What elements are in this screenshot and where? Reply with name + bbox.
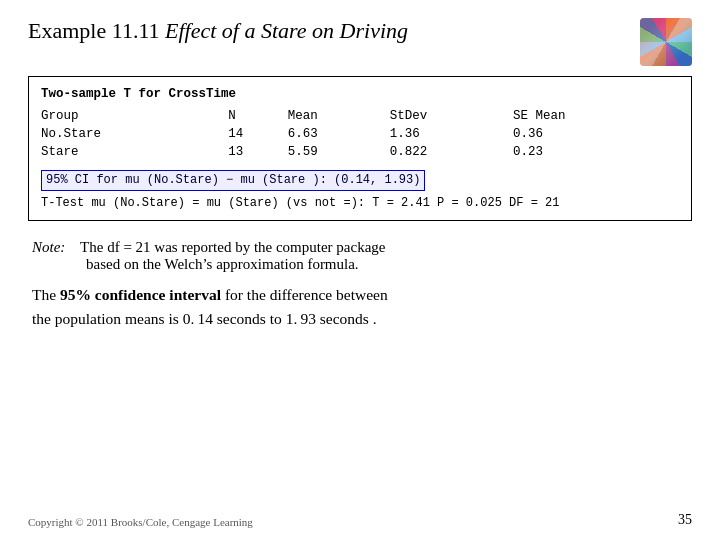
note-label: Note: xyxy=(32,239,65,255)
cell-semean-2: 0.23 xyxy=(513,143,679,161)
col-semean: SE Mean xyxy=(513,107,679,125)
col-stdev: StDev xyxy=(390,107,513,125)
page-title: Example 11.11 Effect of a Stare on Drivi… xyxy=(28,18,408,44)
cell-mean-1: 6.63 xyxy=(288,125,390,143)
cell-stdev-2: 0.822 xyxy=(390,143,513,161)
title-italic: Effect of a Stare on Driving xyxy=(165,18,408,43)
confidence-bold: 95% confidence interval xyxy=(60,286,221,303)
note-section: Note: The df = 21 was reported by the co… xyxy=(28,239,692,273)
col-mean: Mean xyxy=(288,107,390,125)
cell-stdev-1: 1.36 xyxy=(390,125,513,143)
note-line1: The df = 21 was reported by the computer… xyxy=(80,239,385,255)
cell-n-2: 13 xyxy=(228,143,288,161)
cell-semean-1: 0.36 xyxy=(513,125,679,143)
cell-group-1: No.Stare xyxy=(41,125,228,143)
footer: Copyright © 2011 Brooks/Cole, Cengage Le… xyxy=(28,512,692,528)
output-box: Two-sample T for CrossTime Group N Mean … xyxy=(28,76,692,221)
output-table: Group N Mean StDev SE Mean No.Stare 14 6… xyxy=(41,107,679,161)
output-box-title: Two-sample T for CrossTime xyxy=(41,85,679,103)
ci-label: 95% CI for mu (No.Stare) − mu (Stare ): … xyxy=(41,170,425,191)
table-row: No.Stare 14 6.63 1.36 0.36 xyxy=(41,125,679,143)
decorative-image xyxy=(640,18,692,66)
note-line2: based on the Welch’s approximation formu… xyxy=(32,256,692,273)
confidence-line2: the population means is 0. 14 seconds to… xyxy=(32,310,377,327)
cell-n-1: 14 xyxy=(228,125,288,143)
col-n: N xyxy=(228,107,288,125)
confidence-section: The 95% confidence interval for the diff… xyxy=(28,283,692,330)
table-row: Stare 13 5.59 0.822 0.23 xyxy=(41,143,679,161)
title-prefix: Example 11.11 xyxy=(28,18,160,43)
cell-mean-2: 5.59 xyxy=(288,143,390,161)
col-group: Group xyxy=(41,107,228,125)
table-header-row: Group N Mean StDev SE Mean xyxy=(41,107,679,125)
ttest-label: T-Test mu (No.Stare) = mu (Stare) (vs no… xyxy=(41,195,679,212)
page: Example 11.11 Effect of a Stare on Drivi… xyxy=(0,0,720,540)
header: Example 11.11 Effect of a Stare on Drivi… xyxy=(28,18,692,66)
confidence-line1-start: The xyxy=(32,286,60,303)
copyright: Copyright © 2011 Brooks/Cole, Cengage Le… xyxy=(28,516,253,528)
page-number: 35 xyxy=(678,512,692,528)
confidence-line1-end: for the difference between xyxy=(221,286,388,303)
note-space xyxy=(69,239,77,255)
cell-group-2: Stare xyxy=(41,143,228,161)
